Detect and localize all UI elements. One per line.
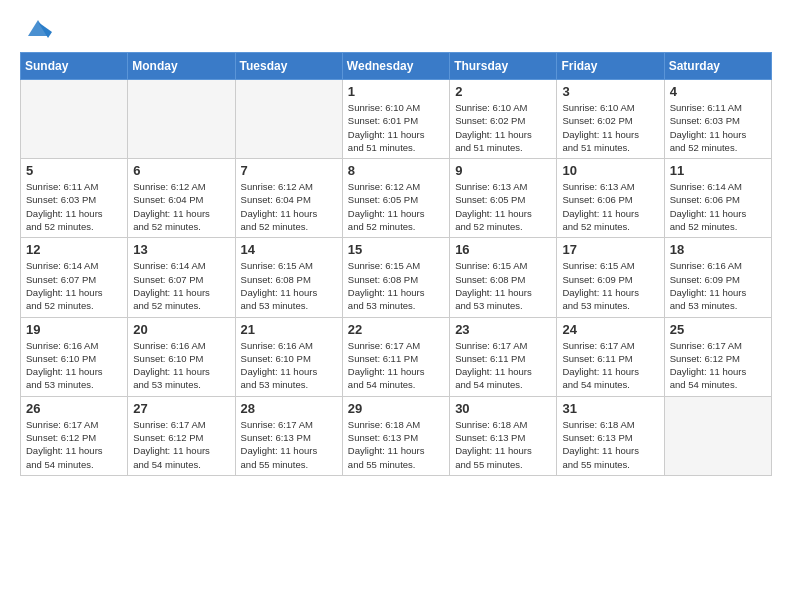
day-info: Sunrise: 6:18 AM Sunset: 6:13 PM Dayligh… — [348, 418, 444, 471]
calendar-cell: 12Sunrise: 6:14 AM Sunset: 6:07 PM Dayli… — [21, 238, 128, 317]
day-info: Sunrise: 6:13 AM Sunset: 6:06 PM Dayligh… — [562, 180, 658, 233]
day-info: Sunrise: 6:15 AM Sunset: 6:08 PM Dayligh… — [455, 259, 551, 312]
calendar-cell: 4Sunrise: 6:11 AM Sunset: 6:03 PM Daylig… — [664, 80, 771, 159]
page: SundayMondayTuesdayWednesdayThursdayFrid… — [0, 0, 792, 612]
day-number: 18 — [670, 242, 766, 257]
calendar-cell — [128, 80, 235, 159]
day-number: 20 — [133, 322, 229, 337]
calendar-header-saturday: Saturday — [664, 53, 771, 80]
calendar-cell: 16Sunrise: 6:15 AM Sunset: 6:08 PM Dayli… — [450, 238, 557, 317]
day-info: Sunrise: 6:16 AM Sunset: 6:10 PM Dayligh… — [133, 339, 229, 392]
day-info: Sunrise: 6:18 AM Sunset: 6:13 PM Dayligh… — [455, 418, 551, 471]
calendar-cell: 1Sunrise: 6:10 AM Sunset: 6:01 PM Daylig… — [342, 80, 449, 159]
calendar-cell: 20Sunrise: 6:16 AM Sunset: 6:10 PM Dayli… — [128, 317, 235, 396]
day-number: 31 — [562, 401, 658, 416]
day-info: Sunrise: 6:15 AM Sunset: 6:08 PM Dayligh… — [241, 259, 337, 312]
day-number: 9 — [455, 163, 551, 178]
day-info: Sunrise: 6:17 AM Sunset: 6:12 PM Dayligh… — [670, 339, 766, 392]
calendar-cell: 10Sunrise: 6:13 AM Sunset: 6:06 PM Dayli… — [557, 159, 664, 238]
calendar-header-monday: Monday — [128, 53, 235, 80]
calendar-cell: 30Sunrise: 6:18 AM Sunset: 6:13 PM Dayli… — [450, 396, 557, 475]
calendar-header-wednesday: Wednesday — [342, 53, 449, 80]
day-number: 22 — [348, 322, 444, 337]
day-number: 7 — [241, 163, 337, 178]
calendar-cell: 17Sunrise: 6:15 AM Sunset: 6:09 PM Dayli… — [557, 238, 664, 317]
calendar-cell: 31Sunrise: 6:18 AM Sunset: 6:13 PM Dayli… — [557, 396, 664, 475]
calendar-cell — [21, 80, 128, 159]
day-number: 26 — [26, 401, 122, 416]
calendar-cell: 5Sunrise: 6:11 AM Sunset: 6:03 PM Daylig… — [21, 159, 128, 238]
calendar-cell: 15Sunrise: 6:15 AM Sunset: 6:08 PM Dayli… — [342, 238, 449, 317]
day-info: Sunrise: 6:13 AM Sunset: 6:05 PM Dayligh… — [455, 180, 551, 233]
day-number: 15 — [348, 242, 444, 257]
day-number: 25 — [670, 322, 766, 337]
day-info: Sunrise: 6:11 AM Sunset: 6:03 PM Dayligh… — [670, 101, 766, 154]
day-info: Sunrise: 6:17 AM Sunset: 6:11 PM Dayligh… — [562, 339, 658, 392]
day-info: Sunrise: 6:17 AM Sunset: 6:12 PM Dayligh… — [133, 418, 229, 471]
day-number: 30 — [455, 401, 551, 416]
calendar-header-thursday: Thursday — [450, 53, 557, 80]
day-info: Sunrise: 6:17 AM Sunset: 6:11 PM Dayligh… — [348, 339, 444, 392]
calendar-header-sunday: Sunday — [21, 53, 128, 80]
day-number: 17 — [562, 242, 658, 257]
day-number: 3 — [562, 84, 658, 99]
day-info: Sunrise: 6:17 AM Sunset: 6:12 PM Dayligh… — [26, 418, 122, 471]
calendar-cell: 29Sunrise: 6:18 AM Sunset: 6:13 PM Dayli… — [342, 396, 449, 475]
calendar-cell: 14Sunrise: 6:15 AM Sunset: 6:08 PM Dayli… — [235, 238, 342, 317]
header — [20, 16, 772, 42]
day-number: 1 — [348, 84, 444, 99]
calendar-cell: 13Sunrise: 6:14 AM Sunset: 6:07 PM Dayli… — [128, 238, 235, 317]
calendar-cell: 23Sunrise: 6:17 AM Sunset: 6:11 PM Dayli… — [450, 317, 557, 396]
day-info: Sunrise: 6:16 AM Sunset: 6:10 PM Dayligh… — [241, 339, 337, 392]
calendar-header-row: SundayMondayTuesdayWednesdayThursdayFrid… — [21, 53, 772, 80]
day-number: 13 — [133, 242, 229, 257]
day-info: Sunrise: 6:11 AM Sunset: 6:03 PM Dayligh… — [26, 180, 122, 233]
day-number: 10 — [562, 163, 658, 178]
day-number: 23 — [455, 322, 551, 337]
day-info: Sunrise: 6:10 AM Sunset: 6:02 PM Dayligh… — [455, 101, 551, 154]
calendar-header-friday: Friday — [557, 53, 664, 80]
day-number: 2 — [455, 84, 551, 99]
day-info: Sunrise: 6:16 AM Sunset: 6:10 PM Dayligh… — [26, 339, 122, 392]
calendar-table: SundayMondayTuesdayWednesdayThursdayFrid… — [20, 52, 772, 476]
calendar-cell: 3Sunrise: 6:10 AM Sunset: 6:02 PM Daylig… — [557, 80, 664, 159]
day-info: Sunrise: 6:14 AM Sunset: 6:07 PM Dayligh… — [133, 259, 229, 312]
day-info: Sunrise: 6:17 AM Sunset: 6:13 PM Dayligh… — [241, 418, 337, 471]
calendar-week-row: 19Sunrise: 6:16 AM Sunset: 6:10 PM Dayli… — [21, 317, 772, 396]
calendar-cell: 18Sunrise: 6:16 AM Sunset: 6:09 PM Dayli… — [664, 238, 771, 317]
day-info: Sunrise: 6:15 AM Sunset: 6:08 PM Dayligh… — [348, 259, 444, 312]
day-number: 28 — [241, 401, 337, 416]
day-number: 11 — [670, 163, 766, 178]
calendar-cell: 28Sunrise: 6:17 AM Sunset: 6:13 PM Dayli… — [235, 396, 342, 475]
calendar-cell: 22Sunrise: 6:17 AM Sunset: 6:11 PM Dayli… — [342, 317, 449, 396]
calendar-week-row: 12Sunrise: 6:14 AM Sunset: 6:07 PM Dayli… — [21, 238, 772, 317]
day-info: Sunrise: 6:12 AM Sunset: 6:04 PM Dayligh… — [133, 180, 229, 233]
calendar-cell: 11Sunrise: 6:14 AM Sunset: 6:06 PM Dayli… — [664, 159, 771, 238]
calendar-cell — [235, 80, 342, 159]
day-number: 6 — [133, 163, 229, 178]
calendar-cell: 7Sunrise: 6:12 AM Sunset: 6:04 PM Daylig… — [235, 159, 342, 238]
calendar-cell: 24Sunrise: 6:17 AM Sunset: 6:11 PM Dayli… — [557, 317, 664, 396]
day-number: 14 — [241, 242, 337, 257]
day-number: 19 — [26, 322, 122, 337]
day-number: 5 — [26, 163, 122, 178]
day-info: Sunrise: 6:14 AM Sunset: 6:07 PM Dayligh… — [26, 259, 122, 312]
day-number: 16 — [455, 242, 551, 257]
calendar-cell: 26Sunrise: 6:17 AM Sunset: 6:12 PM Dayli… — [21, 396, 128, 475]
day-info: Sunrise: 6:12 AM Sunset: 6:05 PM Dayligh… — [348, 180, 444, 233]
calendar-week-row: 1Sunrise: 6:10 AM Sunset: 6:01 PM Daylig… — [21, 80, 772, 159]
calendar-cell: 21Sunrise: 6:16 AM Sunset: 6:10 PM Dayli… — [235, 317, 342, 396]
day-number: 4 — [670, 84, 766, 99]
calendar-cell: 8Sunrise: 6:12 AM Sunset: 6:05 PM Daylig… — [342, 159, 449, 238]
day-info: Sunrise: 6:15 AM Sunset: 6:09 PM Dayligh… — [562, 259, 658, 312]
calendar-header-tuesday: Tuesday — [235, 53, 342, 80]
day-number: 21 — [241, 322, 337, 337]
calendar-week-row: 26Sunrise: 6:17 AM Sunset: 6:12 PM Dayli… — [21, 396, 772, 475]
day-info: Sunrise: 6:10 AM Sunset: 6:02 PM Dayligh… — [562, 101, 658, 154]
day-info: Sunrise: 6:14 AM Sunset: 6:06 PM Dayligh… — [670, 180, 766, 233]
calendar-cell: 6Sunrise: 6:12 AM Sunset: 6:04 PM Daylig… — [128, 159, 235, 238]
day-info: Sunrise: 6:12 AM Sunset: 6:04 PM Dayligh… — [241, 180, 337, 233]
day-info: Sunrise: 6:17 AM Sunset: 6:11 PM Dayligh… — [455, 339, 551, 392]
day-number: 12 — [26, 242, 122, 257]
calendar-cell: 19Sunrise: 6:16 AM Sunset: 6:10 PM Dayli… — [21, 317, 128, 396]
